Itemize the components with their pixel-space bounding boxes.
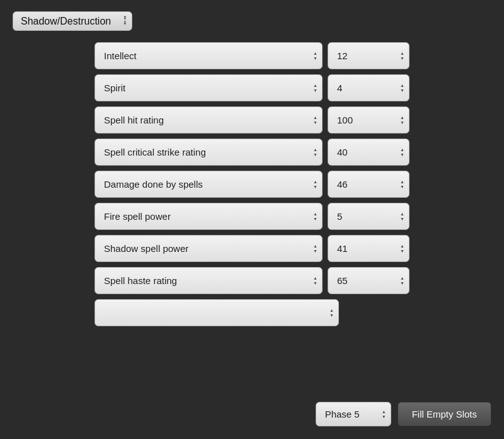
stat-value-wrapper — [328, 42, 410, 69]
stat-select-spirit[interactable]: IntellectSpiritSpell hit ratingSpell cri… — [94, 74, 323, 101]
stat-select-wrapper: IntellectSpiritSpell hit ratingSpell cri… — [94, 171, 323, 198]
stat-value-spell-hit-rating[interactable] — [328, 106, 410, 134]
stat-row: IntellectSpiritSpell hit ratingSpell cri… — [94, 299, 410, 326]
stat-select-wrapper: IntellectSpiritSpell hit ratingSpell cri… — [94, 299, 339, 326]
stat-select-wrapper: IntellectSpiritSpell hit ratingSpell cri… — [94, 74, 323, 101]
bottom-bar: Phase 1Phase 2Phase 3Phase 4Phase 5 Fill… — [13, 396, 491, 433]
stat-select-shadow-spell-power[interactable]: IntellectSpiritSpell hit ratingSpell cri… — [94, 235, 323, 262]
phase-select-wrapper: Phase 1Phase 2Phase 3Phase 4Phase 5 — [316, 402, 391, 426]
stat-select-spell-critical-strike-rating[interactable]: IntellectSpiritSpell hit ratingSpell cri… — [94, 139, 323, 166]
stat-select-spell-hit-rating[interactable]: IntellectSpiritSpell hit ratingSpell cri… — [94, 106, 323, 134]
stat-row: IntellectSpiritSpell hit ratingSpell cri… — [94, 235, 410, 262]
stat-row: IntellectSpiritSpell hit ratingSpell cri… — [94, 171, 410, 198]
stat-row: IntellectSpiritSpell hit ratingSpell cri… — [94, 106, 410, 134]
stat-value-spirit[interactable] — [328, 74, 410, 101]
stat-select-wrapper: IntellectSpiritSpell hit ratingSpell cri… — [94, 42, 323, 69]
stat-value-damage-done-by-spells[interactable] — [328, 171, 410, 198]
stat-value-shadow-spell-power[interactable] — [328, 235, 410, 262]
stat-value-wrapper — [328, 171, 410, 198]
top-bar: Shadow/DestructionFire/DestructionAfflic… — [13, 6, 491, 36]
spec-select-wrapper: Shadow/DestructionFire/DestructionAfflic… — [13, 11, 132, 31]
stat-select-intellect[interactable]: IntellectSpiritSpell hit ratingSpell cri… — [94, 42, 323, 69]
stat-select-wrapper: IntellectSpiritSpell hit ratingSpell cri… — [94, 267, 323, 294]
stat-value-intellect[interactable] — [328, 42, 410, 69]
stat-row: IntellectSpiritSpell hit ratingSpell cri… — [94, 42, 410, 69]
stat-row: IntellectSpiritSpell hit ratingSpell cri… — [94, 267, 410, 294]
stat-row: IntellectSpiritSpell hit ratingSpell cri… — [94, 139, 410, 166]
stat-value-wrapper — [328, 106, 410, 134]
spec-select[interactable]: Shadow/DestructionFire/DestructionAfflic… — [13, 11, 132, 31]
stat-value-wrapper — [328, 267, 410, 294]
stat-rows-container: IntellectSpiritSpell hit ratingSpell cri… — [94, 42, 410, 331]
stat-select-spell-haste-rating[interactable]: IntellectSpiritSpell hit ratingSpell cri… — [94, 267, 323, 294]
stat-value-wrapper — [328, 203, 410, 230]
stat-row: IntellectSpiritSpell hit ratingSpell cri… — [94, 74, 410, 101]
stat-select-wrapper: IntellectSpiritSpell hit ratingSpell cri… — [94, 235, 323, 262]
stat-value-wrapper — [328, 74, 410, 101]
stat-value-wrapper — [328, 235, 410, 262]
stat-value-wrapper — [328, 139, 410, 166]
stat-row: IntellectSpiritSpell hit ratingSpell cri… — [94, 203, 410, 230]
main-content: IntellectSpiritSpell hit ratingSpell cri… — [13, 42, 491, 396]
stat-select-wrapper: IntellectSpiritSpell hit ratingSpell cri… — [94, 139, 323, 166]
stat-value-spell-critical-strike-rating[interactable] — [328, 139, 410, 166]
stat-value-fire-spell-power[interactable] — [328, 203, 410, 230]
fill-empty-slots-button[interactable]: Fill Empty Slots — [398, 402, 491, 426]
stat-select-wrapper: IntellectSpiritSpell hit ratingSpell cri… — [94, 106, 323, 134]
phase-select[interactable]: Phase 1Phase 2Phase 3Phase 4Phase 5 — [316, 402, 391, 426]
stat-select-empty[interactable]: IntellectSpiritSpell hit ratingSpell cri… — [94, 299, 339, 326]
stat-select-wrapper: IntellectSpiritSpell hit ratingSpell cri… — [94, 203, 323, 230]
stat-select-damage-done-by-spells[interactable]: IntellectSpiritSpell hit ratingSpell cri… — [94, 171, 323, 198]
stat-value-spell-haste-rating[interactable] — [328, 267, 410, 294]
stat-select-fire-spell-power[interactable]: IntellectSpiritSpell hit ratingSpell cri… — [94, 203, 323, 230]
